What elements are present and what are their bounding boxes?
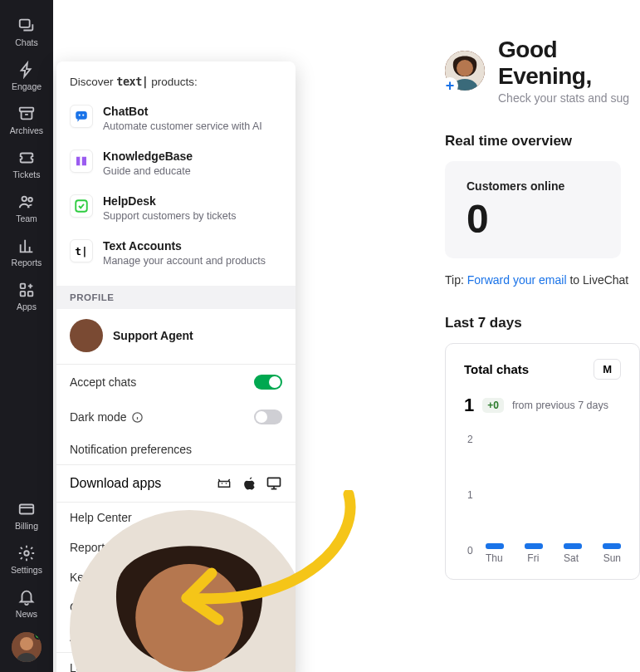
nav-label: Reports	[12, 258, 42, 267]
svg-point-12	[79, 114, 81, 115]
chart-bar	[525, 543, 543, 549]
product-subtitle: Automate customer service with AI	[103, 120, 262, 133]
y-tick: 1	[467, 489, 473, 501]
nav-reports[interactable]: Reports	[0, 237, 53, 267]
card-icon	[17, 500, 36, 518]
bolt-icon	[17, 61, 36, 79]
profile-section-label: PROFILE	[56, 286, 296, 309]
nav-archives[interactable]: Archives	[0, 105, 53, 135]
card-value: 0	[467, 196, 599, 242]
customers-online-card[interactable]: Customers online 0	[445, 161, 621, 258]
svg-rect-7	[20, 505, 34, 514]
x-tick: Sat	[564, 552, 579, 564]
avatar-icon	[70, 319, 103, 352]
product-title: Text Accounts	[103, 239, 266, 253]
apps-icon	[17, 281, 36, 299]
app-bar: Chats Engage Archives Tickets Team Repor…	[0, 0, 53, 672]
chart-bar	[603, 543, 621, 549]
profile-row[interactable]: Support Agent	[56, 309, 296, 364]
accept-chats-toggle[interactable]	[254, 375, 282, 390]
last7-title: Last 7 days	[445, 315, 640, 331]
product-chatbot[interactable]: ChatBot Automate customer service with A…	[70, 100, 282, 145]
chart-bar	[564, 543, 582, 549]
product-title: KnowledgeBase	[103, 150, 193, 164]
svg-rect-0	[20, 20, 30, 27]
product-helpdesk[interactable]: HelpDesk Support customers by tickets	[70, 189, 282, 234]
add-status-button[interactable]: +	[442, 77, 458, 94]
tip-link[interactable]: Forward your email	[467, 273, 567, 287]
nav-engage[interactable]: Engage	[0, 61, 53, 91]
y-tick: 2	[467, 434, 473, 445]
bell-icon	[17, 588, 36, 606]
presence-indicator	[34, 632, 42, 640]
svg-point-10	[20, 637, 33, 650]
text-accounts-icon: t|	[70, 239, 93, 262]
x-tick: Sun	[603, 552, 621, 564]
chart-delta-note: from previous 7 days	[512, 400, 608, 411]
product-knowledgebase[interactable]: KnowledgeBase Guide and educate	[70, 145, 282, 189]
chart-range-button[interactable]: M	[594, 359, 621, 380]
gear-icon	[17, 544, 36, 562]
product-subtitle: Manage your account and products	[103, 254, 266, 267]
product-title: HelpDesk	[103, 194, 236, 208]
nav-tickets[interactable]: Tickets	[0, 149, 53, 179]
product-title: ChatBot	[103, 105, 262, 119]
discover-prefix: Discover	[70, 76, 116, 88]
ticket-icon	[17, 149, 36, 167]
svg-rect-4	[21, 284, 26, 289]
chart-total-value: 1	[464, 395, 474, 416]
nav-label: Engage	[12, 81, 42, 91]
overview-title: Real time overview	[445, 133, 640, 150]
product-subtitle: Support customers by tickets	[103, 209, 236, 223]
reports-icon	[17, 237, 36, 255]
svg-rect-1	[20, 108, 34, 112]
chat-icon	[17, 17, 36, 35]
nav-apps[interactable]: Apps	[0, 281, 53, 311]
team-icon	[17, 193, 36, 211]
svg-rect-5	[28, 292, 33, 297]
x-tick: Thu	[486, 552, 503, 564]
svg-point-2	[22, 197, 27, 202]
sub-greeting: Check your stats and sug	[498, 91, 640, 105]
svg-point-8	[24, 551, 29, 556]
nav-label: News	[16, 609, 37, 619]
product-text-accounts[interactable]: t| Text Accounts Manage your account and…	[70, 234, 282, 279]
nav-label: Team	[16, 213, 37, 223]
nav-chats[interactable]: Chats	[0, 17, 53, 47]
nav-label: Chats	[15, 37, 37, 47]
nav-news[interactable]: News	[0, 588, 53, 619]
chart-title: Total chats	[464, 362, 529, 376]
tip-suffix: to LiveChat	[567, 273, 629, 287]
chart-body: 2 1 0 Thu Fri Sat Sun	[464, 431, 621, 564]
y-tick: 0	[467, 545, 473, 557]
profile-popover: Discover text| products: ChatBot Automat…	[56, 61, 296, 672]
total-chats-card: Total chats M 1 +0 from previous 7 days …	[445, 343, 640, 580]
card-label: Customers online	[467, 179, 599, 193]
archive-icon	[17, 105, 36, 123]
nav-label: Archives	[10, 125, 43, 135]
dark-mode-toggle[interactable]	[254, 410, 282, 424]
chart-delta-badge: +0	[482, 398, 504, 413]
knowledgebase-icon	[70, 150, 93, 173]
chart-x-axis: Thu Fri Sat Sun	[486, 552, 621, 564]
nav-billing[interactable]: Billing	[0, 500, 53, 531]
discover-heading: Discover text| products:	[70, 75, 282, 88]
svg-point-22	[457, 60, 473, 76]
svg-point-13	[82, 114, 84, 115]
nav-label: Billing	[15, 521, 38, 531]
nav-team[interactable]: Team	[0, 193, 53, 223]
chart-bars	[486, 543, 621, 549]
nav-settings[interactable]: Settings	[0, 544, 53, 575]
brand-text: text|	[116, 75, 148, 88]
svg-rect-6	[21, 292, 26, 297]
svg-point-3	[28, 198, 32, 202]
svg-rect-11	[76, 111, 87, 120]
current-user-avatar[interactable]	[12, 632, 42, 662]
greeting: Good Evening,	[498, 37, 640, 90]
helpdesk-icon	[70, 194, 93, 218]
chatbot-icon	[70, 105, 93, 128]
nav-label: Tickets	[13, 169, 41, 179]
profile-avatar	[70, 319, 103, 352]
nav-label: Apps	[17, 302, 37, 311]
tip-prefix: Tip:	[445, 273, 467, 287]
